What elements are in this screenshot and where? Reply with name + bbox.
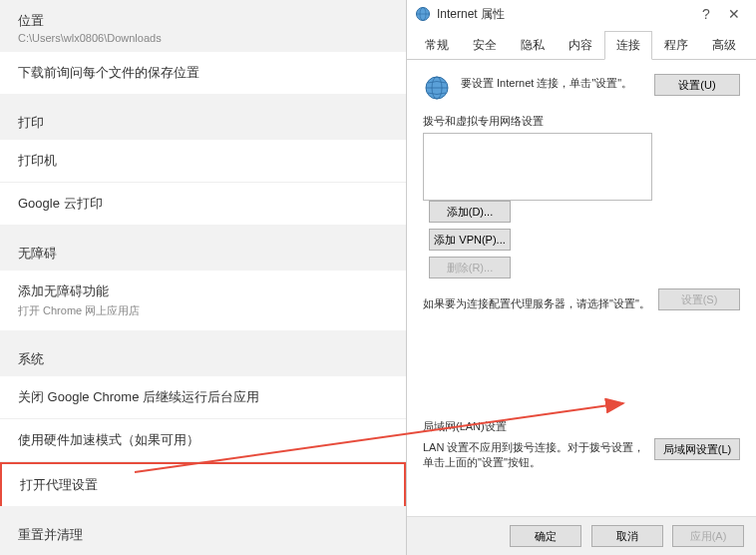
- tab-strip: 常规 安全 隐私 内容 连接 程序 高级: [407, 30, 756, 60]
- lan-settings-button[interactable]: 局域网设置(L): [654, 438, 740, 460]
- lan-note: LAN 设置不应用到拨号连接。对于拨号设置，单击上面的"设置"按钮。: [423, 440, 646, 470]
- tab-security[interactable]: 安全: [461, 31, 509, 60]
- close-button[interactable]: ✕: [720, 6, 748, 22]
- dialup-label: 拨号和虚拟专用网络设置: [423, 114, 740, 129]
- dialog-title: Internet 属性: [437, 6, 692, 23]
- cloud-print-item[interactable]: Google 云打印: [0, 183, 406, 225]
- dialog-titlebar: Internet 属性 ? ✕: [407, 0, 756, 28]
- hw-accel-item[interactable]: 使用硬件加速模式（如果可用）: [0, 419, 406, 462]
- tab-privacy[interactable]: 隐私: [509, 31, 557, 60]
- accessibility-header: 无障碍: [0, 233, 406, 271]
- system-header: 系统: [0, 338, 406, 376]
- ask-before-download[interactable]: 下载前询问每个文件的保存位置: [0, 52, 406, 94]
- print-header: 打印: [0, 102, 406, 140]
- printer-item[interactable]: 打印机: [0, 140, 406, 183]
- connections-listbox[interactable]: [423, 133, 652, 201]
- tab-content[interactable]: 内容: [557, 31, 604, 60]
- download-path: C:\Users\wlx0806\Downloads: [18, 32, 388, 44]
- cancel-button[interactable]: 取消: [591, 525, 663, 547]
- apply-button: 应用(A): [672, 525, 744, 547]
- dialog-body: 要设置 Internet 连接，单击"设置"。 设置(U) 拨号和虚拟专用网络设…: [407, 60, 756, 478]
- tab-general[interactable]: 常规: [413, 31, 461, 60]
- remove-button: 删除(R)...: [429, 257, 511, 278]
- tab-advanced[interactable]: 高级: [700, 31, 748, 60]
- reset-header: 重置并清理: [0, 514, 406, 552]
- globe-icon: [423, 74, 451, 102]
- help-button[interactable]: ?: [692, 6, 720, 22]
- connection-settings-button: 设置(S): [658, 288, 740, 310]
- open-store-subtext: 打开 Chrome 网上应用店: [18, 303, 388, 318]
- add-vpn-button[interactable]: 添加 VPN(P)...: [429, 229, 511, 251]
- lan-label: 局域网(LAN)设置: [423, 419, 740, 434]
- add-accessibility-item[interactable]: 添加无障碍功能 打开 Chrome 网上应用店: [0, 271, 406, 330]
- location-header: 位置 C:\Users\wlx0806\Downloads: [0, 0, 406, 52]
- add-button[interactable]: 添加(D)...: [429, 201, 511, 223]
- setup-button[interactable]: 设置(U): [654, 74, 740, 96]
- internet-properties-dialog: Internet 属性 ? ✕ 常规 安全 隐私 内容 连接 程序 高级 要设置…: [406, 0, 756, 555]
- dialog-footer: 确定 取消 应用(A): [407, 516, 756, 555]
- internet-icon: [415, 6, 431, 22]
- background-apps-item[interactable]: 关闭 Google Chrome 后继续运行后台应用: [0, 376, 406, 419]
- setup-text: 要设置 Internet 连接，单击"设置"。: [461, 74, 646, 91]
- open-proxy-settings-item[interactable]: 打开代理设置: [0, 462, 406, 506]
- tab-connections[interactable]: 连接: [604, 31, 652, 60]
- chrome-settings-panel: 位置 C:\Users\wlx0806\Downloads 下载前询问每个文件的…: [0, 0, 406, 555]
- tab-programs[interactable]: 程序: [652, 31, 700, 60]
- proxy-note: 如果要为连接配置代理服务器，请选择"设置"。: [423, 296, 658, 311]
- ok-button[interactable]: 确定: [510, 525, 581, 547]
